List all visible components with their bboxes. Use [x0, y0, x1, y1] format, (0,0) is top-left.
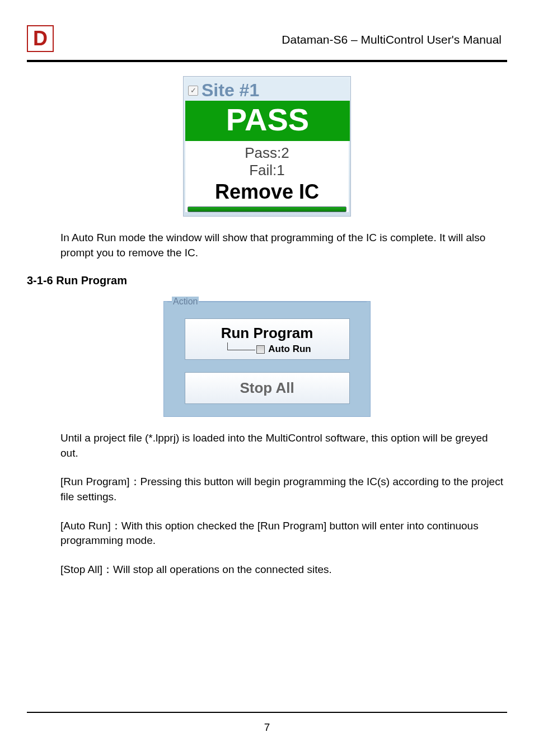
site-header: ✓ Site #1 [185, 78, 349, 101]
action-panel: Run Program Auto Run Stop All [163, 301, 371, 417]
stats-block: Pass:2 Fail:1 Remove IC [185, 141, 349, 212]
footer-divider [27, 712, 507, 713]
run-program-label: Run Program [185, 325, 349, 342]
page-number: 7 [27, 721, 507, 734]
auto-run-description: In Auto Run mode the window will show th… [60, 231, 507, 260]
run-program-description: [Run Program]：Pressing this button will … [60, 475, 507, 504]
footer: 7 [27, 712, 507, 734]
stop-all-label: Stop All [185, 379, 349, 397]
pass-status-block: PASS [185, 101, 350, 141]
auto-run-option-description: [Auto Run]：With this option checked the … [60, 519, 507, 548]
auto-run-label: Auto Run [268, 344, 311, 355]
header-divider [27, 60, 507, 62]
auto-run-checkbox[interactable] [256, 345, 265, 354]
section-heading: 3-1-6 Run Program [27, 274, 507, 287]
remove-ic-text: Remove IC [185, 180, 349, 204]
auto-run-connector-line [227, 342, 255, 350]
stop-all-button[interactable]: Stop All [185, 372, 350, 404]
run-program-button[interactable]: Run Program Auto Run [185, 318, 350, 360]
logo: D [27, 25, 56, 54]
auto-run-row: Auto Run [185, 344, 349, 355]
site-title: Site #1 [202, 80, 259, 101]
site-checkbox[interactable]: ✓ [188, 86, 198, 96]
site-status-panel: ✓ Site #1 PASS Pass:2 Fail:1 Remove IC [183, 76, 351, 217]
pass-count: Pass:2 [185, 144, 349, 162]
greyed-out-note: Until a project file (*.lpprj) is loaded… [60, 431, 507, 461]
pass-text: PASS [185, 104, 350, 135]
logo-letter: D [27, 25, 54, 52]
progress-bar [188, 206, 346, 212]
fail-count: Fail:1 [185, 162, 349, 179]
page-title: Dataman-S6 – MultiControl User's Manual [56, 33, 507, 46]
stop-all-description: [Stop All]：Will stop all operations on t… [60, 562, 507, 577]
